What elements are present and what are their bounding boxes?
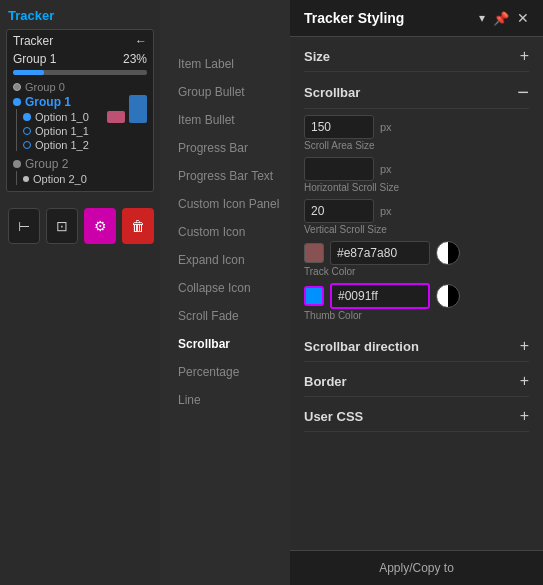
group-two-label: Group 2 [25, 157, 68, 171]
option-label-1: Option 1_1 [35, 125, 89, 137]
scrollbar-section-header: Scrollbar − [304, 72, 529, 109]
user-css-section-toggle[interactable]: + [520, 407, 529, 425]
group-one-label: Group 1 [25, 95, 71, 109]
tracker-group-pct: 23% [123, 52, 147, 66]
option-label-0: Option 1_0 [35, 111, 89, 123]
option-two-dot-0 [23, 176, 29, 182]
v-scroll-size-unit: px [380, 205, 392, 217]
group-two-section: Group 2 Option 2_0 [13, 157, 147, 185]
option-row-0: Option 1_0 [13, 111, 125, 123]
group-two-row: Group 2 [13, 157, 147, 171]
track-color-label: Track Color [304, 266, 529, 277]
toolbar-btn-delete[interactable]: 🗑 [122, 208, 154, 244]
tracker-header: Tracker ← [13, 34, 147, 48]
thumb-color-row [304, 283, 529, 309]
scroll-area-size-label: Scroll Area Size [304, 140, 529, 151]
option-two-label-0: Option 2_0 [33, 173, 87, 185]
toolbar-btn-expand[interactable]: ⊡ [46, 208, 78, 244]
bottom-toolbar: ⊢ ⊡ ⚙ 🗑 [6, 208, 154, 244]
border-section-toggle[interactable]: + [520, 372, 529, 390]
thumb-color-input[interactable] [330, 283, 430, 309]
option-row-1: Option 1_1 [13, 125, 125, 137]
thumb-color-swatch[interactable] [304, 286, 324, 306]
apply-footer: Apply/Copy to [290, 550, 543, 585]
nav-item-item-label[interactable]: Item Label [170, 50, 290, 78]
border-section-header: Border + [304, 362, 529, 397]
border-section-label: Border [304, 374, 347, 389]
nav-item-scrollbar[interactable]: Scrollbar [170, 330, 290, 358]
nav-item-line[interactable]: Line [170, 386, 290, 414]
option-two-row-0: Option 2_0 [13, 173, 147, 185]
nav-item-percentage[interactable]: Percentage [170, 358, 290, 386]
close-icon[interactable]: ✕ [517, 10, 529, 26]
nav-item-scroll-fade[interactable]: Scroll Fade [170, 302, 290, 330]
left-panel: Tracker Tracker ← Group 1 23% Group 0 Gr… [0, 0, 160, 585]
v-scroll-size-row: px [304, 199, 529, 223]
h-scroll-size-label: Horizontal Scroll Size [304, 182, 529, 193]
tracker-arrow-icon: ← [135, 34, 147, 48]
h-scroll-size-input[interactable] [304, 157, 374, 181]
chevron-down-icon[interactable]: ▾ [479, 11, 485, 25]
group-zero-label: Group 0 [25, 81, 65, 93]
scrollbar-section-label: Scrollbar [304, 85, 360, 100]
apply-copy-button[interactable]: Apply/Copy to [379, 561, 454, 575]
thumb-color-toggle-icon[interactable] [436, 284, 460, 308]
nav-item-custom-icon[interactable]: Custom Icon [170, 218, 290, 246]
option-label-2: Option 1_2 [35, 139, 89, 151]
progress-bar-fill [13, 70, 44, 75]
group-one-bar [129, 95, 147, 123]
nav-item-collapse-icon[interactable]: Collapse Icon [170, 274, 290, 302]
main-content: Item Label Group Bullet Item Bullet Prog… [160, 0, 543, 585]
panel-header: Tracker Styling ▾ 📌 ✕ [290, 0, 543, 37]
h-scroll-size-row: px [304, 157, 529, 181]
option-row-2: Option 1_2 [13, 139, 125, 151]
group-two-dot [13, 160, 21, 168]
track-color-toggle-icon[interactable] [436, 241, 460, 265]
h-scroll-size-unit: px [380, 163, 392, 175]
v-scroll-size-label: Vertical Scroll Size [304, 224, 529, 235]
nav-item-item-bullet[interactable]: Item Bullet [170, 106, 290, 134]
scroll-area-size-row: px [304, 115, 529, 139]
size-section-toggle[interactable]: + [520, 47, 529, 65]
size-section-label: Size [304, 49, 330, 64]
scroll-area-size-input[interactable] [304, 115, 374, 139]
scrollbar-direction-label: Scrollbar direction [304, 339, 419, 354]
tracker-header-label: Tracker [13, 34, 53, 48]
thumb-color-label: Thumb Color [304, 310, 529, 321]
option-dot-2 [23, 141, 31, 149]
option-dot-0 [23, 113, 31, 121]
scrollbar-section: Scrollbar − px Scroll Area Size px Horiz… [304, 72, 529, 327]
track-color-input[interactable] [330, 241, 430, 265]
size-section-header: Size + [304, 37, 529, 72]
styling-panel: Tracker Styling ▾ 📌 ✕ Size + Scrollbar − [290, 0, 543, 585]
scroll-area-size-unit: px [380, 121, 392, 133]
nav-item-progress-bar[interactable]: Progress Bar [170, 134, 290, 162]
panel-body: Size + Scrollbar − px Scroll Area Size [290, 37, 543, 550]
nav-item-group-bullet[interactable]: Group Bullet [170, 78, 290, 106]
tracker-title: Tracker [6, 8, 154, 23]
progress-bar-container [13, 70, 147, 75]
group-one-dot [13, 98, 21, 106]
nav-item-custom-icon-panel[interactable]: Custom Icon Panel [170, 190, 290, 218]
tracker-group-row: Group 1 23% [13, 52, 147, 66]
group-zero-row: Group 0 [13, 81, 147, 93]
nav-item-progress-bar-text[interactable]: Progress Bar Text [170, 162, 290, 190]
pin-icon: 📌 [493, 11, 509, 26]
tracker-group-label: Group 1 [13, 52, 56, 66]
scrollbar-direction-toggle[interactable]: + [520, 337, 529, 355]
option-bar-0 [107, 111, 125, 123]
tracker-widget: Tracker ← Group 1 23% Group 0 Group 1 [6, 29, 154, 192]
user-css-section-label: User CSS [304, 409, 363, 424]
toolbar-btn-settings[interactable]: ⚙ [84, 208, 116, 244]
group-zero-circle [13, 83, 21, 91]
panel-title: Tracker Styling [304, 10, 471, 26]
scrollbar-section-toggle[interactable]: − [517, 82, 529, 102]
nav-item-expand-icon[interactable]: Expand Icon [170, 246, 290, 274]
v-scroll-size-input[interactable] [304, 199, 374, 223]
scrollbar-direction-section-header: Scrollbar direction + [304, 327, 529, 362]
track-color-swatch[interactable] [304, 243, 324, 263]
user-css-section-header: User CSS + [304, 397, 529, 432]
middle-nav: Item Label Group Bullet Item Bullet Prog… [160, 0, 290, 585]
toolbar-btn-bracket[interactable]: ⊢ [8, 208, 40, 244]
group-one-row: Group 1 [13, 95, 125, 109]
